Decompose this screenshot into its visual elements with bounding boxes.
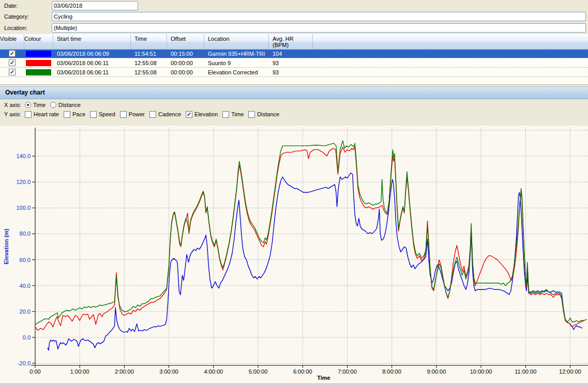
elevation-time-chart[interactable]: -20.00.020.040.060.080.0100.0120.0140.00… (0, 126, 588, 383)
avg-hr-cell: 104 (269, 50, 313, 58)
category-label: Category: (4, 12, 29, 21)
location-cell: Garmin 935+HRM-TRI (204, 50, 269, 58)
table-header-start-time[interactable]: Start time (53, 34, 131, 49)
power-checkbox[interactable] (120, 111, 127, 118)
heart-rate-checkbox[interactable] (25, 111, 32, 118)
svg-text:3:00:00: 3:00:00 (159, 368, 178, 375)
category-field-row: Category: (0, 12, 588, 21)
time-cell: 12:55:08 (131, 59, 167, 67)
colour-swatch (26, 51, 51, 57)
section-title: Overlay chart (0, 87, 588, 96)
table-header-visible[interactable]: Visible (0, 34, 24, 49)
svg-text:12:00:00: 12:00:00 (559, 368, 581, 375)
svg-text:9:00:00: 9:00:00 (427, 368, 446, 375)
overlay-chart-panel[interactable]: -20.00.020.040.060.080.0100.0120.0140.00… (0, 126, 588, 384)
svg-text:60.0: 60.0 (20, 257, 31, 263)
power-checkbox-label: Power (129, 110, 145, 119)
visible-checkbox[interactable] (9, 69, 16, 75)
time-checkbox-label: Time (231, 110, 244, 119)
svg-text:10:00:00: 10:00:00 (470, 368, 492, 375)
xaxis-time-radio-label: Time (33, 100, 46, 110)
start-time-cell: 03/06/2018 06:06:11 (53, 68, 131, 76)
offset-cell: 00:00:00 (167, 59, 204, 67)
avg-hr-cell: 93 (269, 68, 313, 76)
activity-table-body: 03/06/2018 06:06:09 11:54:51 00:15:00 Ga… (0, 50, 588, 84)
svg-text:4:00:00: 4:00:00 (204, 368, 223, 375)
colour-swatch (26, 69, 51, 75)
visible-checkbox[interactable] (9, 50, 16, 57)
date-label: Date: (4, 1, 18, 10)
table-header-filler (313, 34, 588, 49)
speed-checkbox-label: Speed (99, 110, 115, 119)
svg-text:-20.0: -20.0 (18, 360, 31, 366)
colour-swatch (26, 60, 51, 66)
y-axis-controls: Y axis: Heart rate Pace Speed Power Cade… (0, 110, 588, 119)
overlay-chart-section-bar: Overlay chart (0, 87, 588, 99)
table-header-avg-hr[interactable]: Avg. HR (BPM) (269, 34, 313, 49)
svg-text:0.0: 0.0 (23, 334, 31, 341)
distance-checkbox[interactable] (248, 111, 255, 118)
svg-text:120.0: 120.0 (16, 179, 31, 185)
svg-text:100.0: 100.0 (16, 205, 31, 211)
table-header-colour[interactable]: Colour (24, 34, 53, 49)
x-axis-label: X axis: (4, 100, 21, 110)
y-axis-label: Y axis: (4, 110, 21, 119)
cadence-checkbox-label: Cadence (158, 110, 181, 119)
xaxis-distance-radio[interactable] (50, 102, 56, 108)
table-header-location[interactable]: Location (204, 34, 269, 49)
start-time-cell: 03/06/2018 06:06:09 (53, 50, 131, 58)
avg-hr-cell: 93 (269, 59, 313, 67)
svg-text:Time: Time (317, 375, 330, 381)
table-row[interactable]: 03/06/2018 06:06:11 12:55:08 00:00:00 El… (0, 68, 588, 76)
cadence-checkbox[interactable] (149, 111, 156, 118)
table-row[interactable]: 03/06/2018 06:06:09 11:54:51 00:15:00 Ga… (0, 50, 588, 58)
table-header-time[interactable]: Time (131, 34, 167, 49)
date-field-row: Date: (0, 1, 588, 10)
xaxis-distance-radio-label: Distance (58, 100, 81, 110)
svg-text:5:00:00: 5:00:00 (249, 368, 268, 375)
svg-text:1:00:00: 1:00:00 (70, 368, 89, 375)
svg-text:80.0: 80.0 (20, 230, 31, 237)
offset-cell: 00:00:00 (167, 68, 204, 76)
elevation-checkbox[interactable] (186, 111, 192, 118)
visible-checkbox[interactable] (9, 59, 16, 66)
svg-text:11:00:00: 11:00:00 (515, 368, 536, 375)
location-input[interactable] (52, 23, 586, 33)
table-header-offset[interactable]: Offset (167, 34, 204, 49)
svg-text:140.0: 140.0 (16, 153, 31, 159)
location-cell: Suunto 9 (204, 59, 269, 67)
svg-text:0:00: 0:00 (29, 368, 40, 375)
start-time-cell: 03/06/2018 06:06:11 (53, 59, 131, 67)
location-cell: Elevation Corrected (204, 68, 269, 76)
svg-text:6:00:00: 6:00:00 (293, 368, 312, 375)
row-separator (0, 76, 588, 78)
app-window: { "form": { "fields": [ {"label": "Date:… (0, 0, 588, 385)
category-input[interactable] (52, 12, 586, 21)
heart-rate-checkbox-label: Heart rate (34, 110, 59, 119)
time-cell: 12:55:08 (131, 68, 167, 76)
location-field-row: Location: (0, 23, 588, 33)
table-header: Visible Colour Start time Time Offset Lo… (0, 34, 588, 50)
svg-text:20.0: 20.0 (20, 309, 31, 315)
xaxis-time-radio[interactable] (25, 102, 31, 108)
svg-text:7:00:00: 7:00:00 (338, 368, 357, 375)
elevation-checkbox-label: Elevation (194, 110, 218, 119)
svg-text:Elevation (m): Elevation (m) (3, 228, 9, 264)
offset-cell: 00:15:00 (167, 50, 204, 58)
location-label: Location: (4, 23, 27, 33)
pace-checkbox-label: Pace (72, 110, 85, 119)
speed-checkbox[interactable] (90, 111, 97, 118)
x-axis-controls: X axis: Time Distance (0, 100, 588, 110)
pace-checkbox[interactable] (64, 111, 70, 118)
svg-text:40.0: 40.0 (20, 283, 31, 289)
distance-checkbox-label: Distance (257, 110, 279, 119)
svg-text:8:00:00: 8:00:00 (382, 368, 401, 375)
time-checkbox[interactable] (222, 111, 229, 118)
time-cell: 11:54:51 (131, 50, 167, 58)
svg-text:2:00:00: 2:00:00 (115, 368, 134, 375)
date-input[interactable] (52, 1, 138, 10)
table-row[interactable]: 03/06/2018 06:06:11 12:55:08 00:00:00 Su… (0, 59, 588, 67)
